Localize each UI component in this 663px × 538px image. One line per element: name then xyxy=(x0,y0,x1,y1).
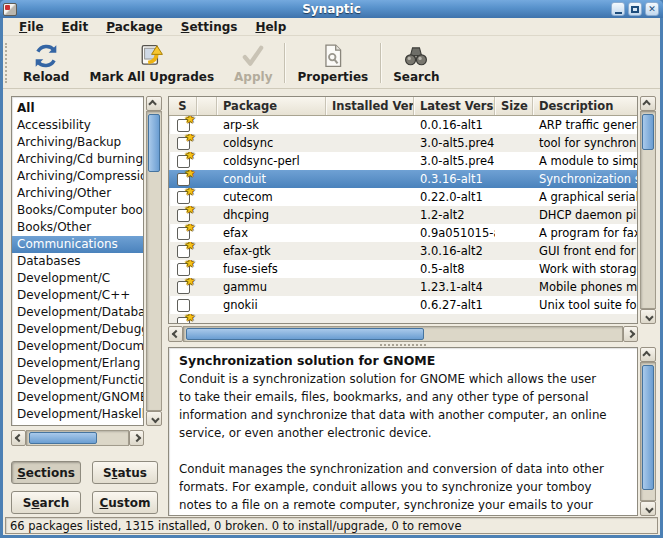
scroll-left-button[interactable] xyxy=(11,430,26,446)
cell-latest-version: 3.0-alt5.pre4 xyxy=(414,152,495,170)
search-button[interactable]: Search xyxy=(383,39,449,87)
scroll-down-button[interactable] xyxy=(640,501,656,516)
section-item[interactable]: Accessibility xyxy=(12,117,143,134)
cell-size xyxy=(495,116,533,134)
table-header: S Package Installed Version Latest Versi… xyxy=(169,97,637,116)
section-item[interactable]: Development/C xyxy=(12,270,143,287)
section-item-all[interactable]: All xyxy=(12,100,143,117)
section-item[interactable]: Development/Databases xyxy=(12,304,143,321)
section-item[interactable]: Books/Other xyxy=(12,219,143,236)
column-header-installed-version[interactable]: Installed Version xyxy=(326,97,414,115)
table-row[interactable]: cutecom 0.22.0-alt1 A graphical serial t… xyxy=(169,188,637,206)
scrollbar-track[interactable] xyxy=(640,362,656,501)
scroll-up-button[interactable] xyxy=(146,96,162,111)
section-item[interactable]: Development/C++ xyxy=(12,287,143,304)
scrollbar-thumb[interactable] xyxy=(186,328,424,340)
section-item[interactable]: Development/GNOME and GTK+ xyxy=(12,389,143,406)
column-header-latest-version[interactable]: Latest Version xyxy=(414,97,495,115)
table-row[interactable]: gnokii 0.6.27-alt1 Unix tool suite for N… xyxy=(169,296,637,314)
maximize-button[interactable] xyxy=(628,2,642,16)
table-row[interactable]: dhcping 1.2-alt2 DHCP daemon ping progra… xyxy=(169,206,637,224)
arrow-up-icon xyxy=(642,350,650,358)
scroll-up-button[interactable] xyxy=(640,347,656,362)
properties-button[interactable]: Properties xyxy=(287,39,378,87)
column-header-package[interactable]: Package xyxy=(217,97,326,115)
arrow-down-icon xyxy=(151,414,159,422)
table-row-partial[interactable] xyxy=(169,314,637,324)
column-header-description[interactable]: Description xyxy=(533,97,637,115)
section-item[interactable]: Development/Debuggers xyxy=(12,321,143,338)
section-item[interactable]: Development/Functional xyxy=(12,372,143,389)
section-item[interactable]: Development/Haskell xyxy=(12,406,143,423)
package-details-pane: Synchronization solution for GNOME Condu… xyxy=(168,347,638,516)
cell-package: conduit xyxy=(217,170,326,188)
arrow-up-icon xyxy=(148,99,156,107)
scrollbar-track[interactable] xyxy=(146,111,162,411)
cell-installed-version xyxy=(326,296,414,314)
cell-installed-version xyxy=(326,134,414,152)
cell-description xyxy=(533,314,637,324)
scrollbar-thumb[interactable] xyxy=(29,432,97,444)
section-item[interactable]: Development/Erlang xyxy=(12,355,143,372)
package-status-icon xyxy=(177,137,190,150)
reload-button[interactable]: Reload xyxy=(13,39,79,87)
apply-button[interactable]: Apply xyxy=(224,39,282,87)
cell-size xyxy=(495,260,533,278)
arrow-down-icon xyxy=(645,312,653,320)
table-row[interactable]: gammu 1.23.1-alt4 Mobile phones manager xyxy=(169,278,637,296)
menu-help[interactable]: Help xyxy=(247,19,294,35)
table-row[interactable]: arp-sk 0.0.16-alt1 ARP traffic generatio… xyxy=(169,116,637,134)
table-row[interactable]: fuse-siefs 0.5-alt8 Work with storage me… xyxy=(169,260,637,278)
scroll-down-button[interactable] xyxy=(146,411,162,426)
status-filter-button[interactable]: Status xyxy=(92,461,158,484)
scroll-left-button[interactable] xyxy=(168,326,183,342)
cell-description: Mobile phones manager xyxy=(533,278,637,296)
section-item[interactable]: Development/Documentation xyxy=(12,338,143,355)
column-header-status[interactable]: S xyxy=(169,97,197,115)
sections-scrollbar-horizontal xyxy=(11,430,144,446)
cell-latest-version xyxy=(414,314,495,324)
table-row[interactable]: efax 0.9a051015-alt2 A program for faxin… xyxy=(169,224,637,242)
section-item[interactable]: Archiving/Other xyxy=(12,185,143,202)
menu-file[interactable]: File xyxy=(11,19,52,35)
scrollbar-thumb[interactable] xyxy=(642,365,654,490)
table-row[interactable]: coldsync 3.0-alt5.pre4 tool for synchron… xyxy=(169,134,637,152)
scrollbar-track[interactable] xyxy=(183,326,623,342)
section-item[interactable]: Archiving/Backup xyxy=(12,134,143,151)
scrollbar-track[interactable] xyxy=(640,111,656,309)
titlebar[interactable]: Synaptic ✕ xyxy=(0,0,663,18)
table-row-selected[interactable]: conduit 0.3.16-alt1 Synchronization solu… xyxy=(169,170,637,188)
cell-size xyxy=(495,278,533,296)
scroll-up-button[interactable] xyxy=(640,96,656,111)
cell-latest-version: 0.9a051015-alt2 xyxy=(414,224,495,242)
package-status-icon xyxy=(177,119,190,132)
scrollbar-thumb[interactable] xyxy=(148,114,160,172)
section-item[interactable]: Databases xyxy=(12,253,143,270)
menu-package[interactable]: Package xyxy=(98,19,171,35)
scrollbar-thumb[interactable] xyxy=(642,114,654,150)
table-row[interactable]: efax-gtk 3.0.16-alt2 GUI front end for t… xyxy=(169,242,637,260)
column-header-size[interactable]: Size xyxy=(495,97,533,115)
mark-all-upgrades-button[interactable]: Mark All Upgrades xyxy=(79,39,224,87)
scroll-right-button[interactable] xyxy=(623,326,638,342)
table-row[interactable]: coldsync-perl 3.0-alt5.pre4 A module to … xyxy=(169,152,637,170)
sections-filter-button[interactable]: Sections xyxy=(11,461,81,484)
cell-size xyxy=(495,134,533,152)
menu-settings[interactable]: Settings xyxy=(173,19,246,35)
toolbar-grip[interactable] xyxy=(5,43,13,83)
section-item[interactable]: Archiving/Cd burning xyxy=(12,151,143,168)
menu-edit[interactable]: Edit xyxy=(54,19,97,35)
section-item[interactable]: Books/Computer books xyxy=(12,202,143,219)
search-filter-button[interactable]: Search xyxy=(11,491,81,514)
minimize-button[interactable] xyxy=(611,2,625,16)
mark-all-upgrades-icon xyxy=(139,43,165,69)
custom-filter-button[interactable]: Custom xyxy=(92,491,158,514)
scroll-down-button[interactable] xyxy=(640,309,656,324)
scroll-right-button[interactable] xyxy=(129,430,144,446)
column-header-mark[interactable] xyxy=(197,97,217,115)
cell-package: coldsync xyxy=(217,134,326,152)
section-item-selected[interactable]: Communications xyxy=(12,236,143,253)
section-item[interactable]: Archiving/Compression xyxy=(12,168,143,185)
scrollbar-track[interactable] xyxy=(26,430,129,446)
close-button[interactable]: ✕ xyxy=(645,2,659,16)
